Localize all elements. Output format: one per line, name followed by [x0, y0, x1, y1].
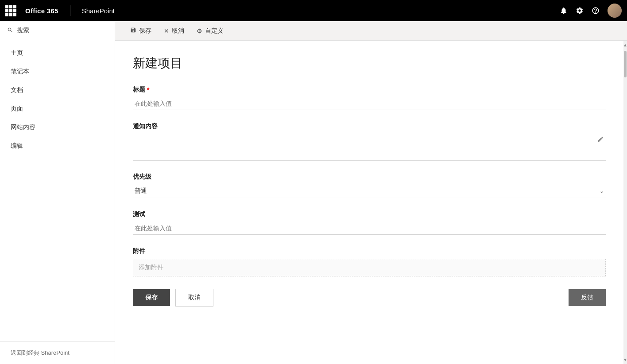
app-grid-icon[interactable]	[5, 5, 16, 16]
sidebar-item-documents-label: 文档	[11, 86, 23, 94]
sidebar-item-documents[interactable]: 文档	[0, 81, 115, 100]
priority-field: 优先级 普通 ⌄	[133, 173, 606, 198]
title-label: 标题 *	[133, 86, 606, 94]
save-icon	[130, 27, 136, 34]
form-save-button[interactable]: 保存	[133, 289, 170, 306]
search-bar[interactable]: 搜索	[0, 21, 115, 40]
edit-icon[interactable]	[597, 136, 604, 145]
sidebar-item-pages[interactable]: 页面	[0, 100, 115, 118]
feedback-button[interactable]: 反馈	[569, 289, 606, 306]
priority-selected-value: 普通	[135, 187, 147, 195]
sidebar-item-site-contents-label: 网站内容	[11, 123, 35, 131]
form-buttons: 保存 取消 反馈	[133, 289, 606, 307]
scroll-thumb[interactable]	[624, 51, 627, 77]
page-title: 新建项目	[133, 55, 606, 72]
notifications-icon[interactable]	[560, 7, 568, 15]
sidebar-navigation: 主页 笔记本 文档 页面 网站内容 编辑	[0, 40, 115, 341]
search-label[interactable]: 搜索	[17, 27, 29, 34]
top-navbar: Office 365 SharePoint	[0, 0, 627, 21]
test-field: 测试	[133, 211, 606, 235]
attachment-placeholder: 添加附件	[139, 264, 163, 272]
save-toolbar-button[interactable]: 保存	[124, 21, 158, 41]
customize-toolbar-button[interactable]: ⚙ 自定义	[190, 21, 230, 41]
attachment-field: 附件 添加附件	[133, 247, 606, 276]
title-field: 标题 *	[133, 86, 606, 110]
form-cancel-button[interactable]: 取消	[175, 289, 213, 307]
priority-select[interactable]: 普通 ⌄	[133, 184, 606, 198]
scroll-up-arrow[interactable]: ▲	[623, 41, 627, 49]
content-area: 保存 ✕ 取消 ⚙ 自定义 新建项目 标题 *	[115, 21, 627, 364]
save-toolbar-label: 保存	[139, 27, 151, 35]
attachment-input[interactable]: 添加附件	[133, 259, 606, 276]
form-scroll-area: 新建项目 标题 * 通知内容	[115, 41, 623, 364]
sidebar-item-notebook[interactable]: 笔记本	[0, 62, 115, 81]
sidebar-item-home[interactable]: 主页	[0, 44, 115, 62]
customize-toolbar-label: 自定义	[205, 27, 224, 35]
sidebar-item-edit[interactable]: 编辑	[0, 137, 115, 155]
sidebar-item-pages-label: 页面	[11, 105, 23, 113]
cancel-toolbar-button[interactable]: ✕ 取消	[158, 21, 190, 41]
customize-icon: ⚙	[197, 27, 202, 34]
nav-divider	[70, 5, 70, 16]
notification-editor[interactable]	[133, 134, 606, 161]
cancel-toolbar-label: 取消	[172, 27, 184, 35]
settings-icon[interactable]	[576, 7, 584, 15]
office365-title: Office 365	[25, 7, 58, 15]
user-avatar[interactable]	[608, 4, 622, 18]
sidebar: 搜索 主页 笔记本 文档 页面 网站内容 编辑 返回到经典 SharePoint	[0, 21, 115, 364]
title-input[interactable]	[133, 97, 606, 110]
sidebar-item-edit-label: 编辑	[11, 142, 23, 150]
sidebar-item-notebook-label: 笔记本	[11, 68, 29, 76]
scroll-indicator: ▲ ▼	[623, 41, 627, 364]
sidebar-item-home-label: 主页	[11, 49, 23, 57]
notification-label: 通知内容	[133, 123, 606, 130]
scroll-down-arrow[interactable]: ▼	[623, 356, 627, 364]
toolbar: 保存 ✕ 取消 ⚙ 自定义	[115, 21, 627, 41]
classic-sharepoint-link[interactable]: 返回到经典 SharePoint	[0, 341, 115, 364]
test-label: 测试	[133, 211, 606, 218]
notification-field: 通知内容	[133, 123, 606, 161]
chevron-down-icon: ⌄	[600, 188, 604, 194]
test-input[interactable]	[133, 222, 606, 235]
priority-label: 优先级	[133, 173, 606, 181]
attachment-label: 附件	[133, 247, 606, 255]
sidebar-item-site-contents[interactable]: 网站内容	[0, 118, 115, 137]
help-icon[interactable]	[592, 7, 600, 15]
search-icon	[7, 27, 13, 34]
product-title: SharePoint	[82, 7, 115, 15]
cancel-icon: ✕	[164, 27, 169, 34]
required-indicator: *	[147, 86, 149, 93]
